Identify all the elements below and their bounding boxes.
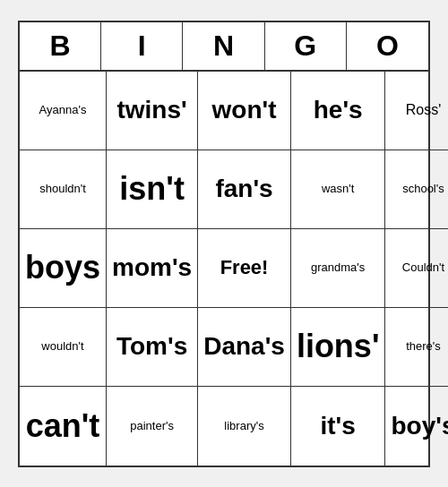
cell-text: painter's: [130, 419, 174, 433]
bingo-cell: school's: [385, 150, 448, 229]
bingo-cell: lions': [291, 308, 386, 387]
header-letter: O: [347, 22, 428, 70]
bingo-cell: isn't: [107, 150, 198, 229]
bingo-cell: he's: [291, 72, 386, 150]
cell-text: boys: [25, 248, 100, 286]
bingo-cell: there's: [385, 308, 448, 387]
bingo-cell: twins': [107, 72, 198, 150]
cell-text: there's: [406, 339, 441, 354]
bingo-cell: painter's: [107, 387, 198, 466]
cell-text: Dana's: [203, 331, 285, 362]
cell-text: boy's: [391, 411, 448, 441]
bingo-cell: mom's: [107, 229, 198, 308]
bingo-cell: Tom's: [107, 308, 198, 387]
bingo-card: BINGO Ayanna'stwins'won'the'sRoss'should…: [18, 21, 430, 467]
bingo-cell: Dana's: [198, 308, 291, 387]
bingo-cell: won't: [198, 72, 291, 150]
cell-text: isn't: [119, 169, 185, 208]
cell-text: Ross': [406, 101, 442, 118]
cell-text: Ayanna's: [39, 103, 87, 117]
cell-text: twins': [116, 95, 186, 125]
bingo-cell: Couldn't: [385, 229, 448, 308]
cell-text: school's: [402, 182, 444, 196]
bingo-cell: library's: [198, 387, 291, 466]
cell-text: library's: [224, 419, 263, 433]
bingo-cell: shouldn't: [20, 150, 107, 229]
header-letter: B: [20, 22, 101, 70]
bingo-cell: Ross': [385, 72, 448, 150]
bingo-header: BINGO: [20, 22, 428, 72]
header-letter: I: [101, 22, 183, 70]
cell-text: won't: [212, 95, 277, 125]
cell-text: mom's: [112, 252, 192, 283]
cell-text: fan's: [215, 174, 272, 204]
header-letter: N: [183, 22, 264, 70]
bingo-cell: Ayanna's: [20, 72, 107, 150]
cell-text: Free!: [220, 256, 269, 279]
bingo-cell: it's: [291, 387, 386, 466]
bingo-cell: Free!: [198, 229, 291, 308]
cell-text: wouldn't: [41, 339, 83, 354]
cell-text: he's: [314, 95, 363, 125]
cell-text: Tom's: [116, 331, 187, 362]
bingo-cell: grandma's: [291, 229, 386, 308]
bingo-grid: Ayanna'stwins'won'the'sRoss'shouldn'tisn…: [20, 72, 428, 466]
cell-text: can't: [26, 406, 100, 445]
bingo-cell: fan's: [198, 150, 291, 229]
header-letter: G: [265, 22, 347, 70]
cell-text: grandma's: [311, 261, 365, 275]
bingo-cell: boy's: [385, 387, 448, 466]
cell-text: it's: [320, 411, 355, 441]
bingo-cell: wasn't: [291, 150, 386, 229]
cell-text: lions': [297, 327, 380, 365]
bingo-cell: boys: [20, 229, 107, 308]
cell-text: shouldn't: [39, 182, 86, 196]
bingo-cell: wouldn't: [20, 308, 107, 387]
bingo-cell: can't: [20, 387, 107, 466]
cell-text: Couldn't: [402, 261, 444, 275]
cell-text: wasn't: [322, 182, 354, 196]
